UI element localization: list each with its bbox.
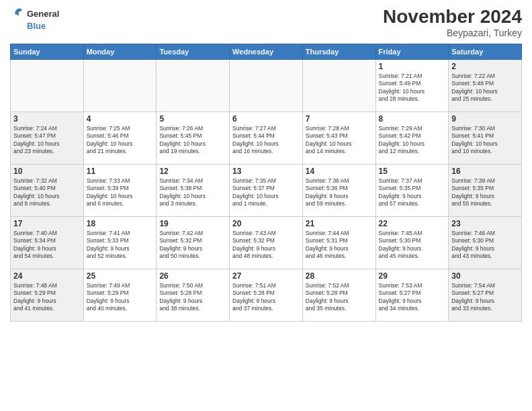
calendar-cell bbox=[157, 59, 230, 111]
day-number: 21 bbox=[306, 219, 373, 228]
calendar-cell: 12Sunrise: 7:34 AM Sunset: 5:38 PM Dayli… bbox=[157, 164, 230, 216]
calendar-cell: 30Sunrise: 7:54 AM Sunset: 5:27 PM Dayli… bbox=[449, 269, 522, 321]
calendar-cell: 1Sunrise: 7:21 AM Sunset: 5:49 PM Daylig… bbox=[375, 59, 449, 111]
weekday-header: Monday bbox=[83, 44, 157, 59]
day-info: Sunrise: 7:34 AM Sunset: 5:38 PM Dayligh… bbox=[159, 177, 226, 208]
calendar-week-row: 1Sunrise: 7:21 AM Sunset: 5:49 PM Daylig… bbox=[11, 59, 522, 111]
day-info: Sunrise: 7:50 AM Sunset: 5:28 PM Dayligh… bbox=[159, 282, 226, 313]
calendar-cell: 15Sunrise: 7:37 AM Sunset: 5:35 PM Dayli… bbox=[375, 164, 449, 216]
day-info: Sunrise: 7:48 AM Sunset: 5:29 PM Dayligh… bbox=[13, 282, 81, 313]
day-info: Sunrise: 7:41 AM Sunset: 5:33 PM Dayligh… bbox=[87, 230, 154, 261]
calendar-cell: 11Sunrise: 7:33 AM Sunset: 5:39 PM Dayli… bbox=[83, 164, 157, 216]
day-info: Sunrise: 7:35 AM Sunset: 5:37 PM Dayligh… bbox=[232, 177, 300, 208]
day-number: 11 bbox=[87, 167, 154, 176]
day-info: Sunrise: 7:36 AM Sunset: 5:36 PM Dayligh… bbox=[306, 177, 373, 208]
day-number: 7 bbox=[306, 114, 373, 124]
weekday-header: Sunday bbox=[11, 44, 84, 59]
title-block: November 2024 Beypazari, Turkey bbox=[383, 7, 522, 38]
day-number: 17 bbox=[13, 219, 81, 228]
day-info: Sunrise: 7:49 AM Sunset: 5:29 PM Dayligh… bbox=[87, 282, 154, 313]
day-info: Sunrise: 7:52 AM Sunset: 5:28 PM Dayligh… bbox=[306, 282, 373, 313]
calendar-cell: 4Sunrise: 7:25 AM Sunset: 5:46 PM Daylig… bbox=[83, 111, 157, 164]
day-number: 12 bbox=[159, 167, 226, 176]
calendar-cell: 9Sunrise: 7:30 AM Sunset: 5:41 PM Daylig… bbox=[449, 111, 522, 164]
day-number: 2 bbox=[451, 62, 519, 71]
calendar-cell: 24Sunrise: 7:48 AM Sunset: 5:29 PM Dayli… bbox=[11, 269, 84, 321]
calendar-cell: 5Sunrise: 7:26 AM Sunset: 5:45 PM Daylig… bbox=[157, 111, 230, 164]
day-number: 23 bbox=[451, 219, 519, 228]
day-number: 29 bbox=[379, 271, 446, 281]
calendar-cell bbox=[83, 59, 157, 111]
calendar-header: SundayMondayTuesdayWednesdayThursdayFrid… bbox=[11, 44, 522, 59]
day-info: Sunrise: 7:42 AM Sunset: 5:32 PM Dayligh… bbox=[159, 230, 226, 261]
day-number: 24 bbox=[13, 271, 81, 281]
weekday-row: SundayMondayTuesdayWednesdayThursdayFrid… bbox=[11, 44, 522, 59]
day-number: 20 bbox=[232, 219, 300, 228]
calendar-cell: 17Sunrise: 7:40 AM Sunset: 5:34 PM Dayli… bbox=[11, 216, 84, 269]
calendar-week-row: 24Sunrise: 7:48 AM Sunset: 5:29 PM Dayli… bbox=[11, 269, 522, 321]
day-number: 30 bbox=[451, 271, 519, 281]
calendar-cell: 6Sunrise: 7:27 AM Sunset: 5:44 PM Daylig… bbox=[230, 111, 303, 164]
calendar-cell: 23Sunrise: 7:46 AM Sunset: 5:30 PM Dayli… bbox=[449, 216, 522, 269]
calendar-cell: 26Sunrise: 7:50 AM Sunset: 5:28 PM Dayli… bbox=[157, 269, 230, 321]
calendar-table: SundayMondayTuesdayWednesdayThursdayFrid… bbox=[10, 44, 522, 322]
day-number: 28 bbox=[306, 271, 373, 281]
calendar-cell: 8Sunrise: 7:29 AM Sunset: 5:42 PM Daylig… bbox=[375, 111, 449, 164]
day-number: 16 bbox=[451, 167, 519, 176]
calendar-cell: 19Sunrise: 7:42 AM Sunset: 5:32 PM Dayli… bbox=[157, 216, 230, 269]
day-info: Sunrise: 7:33 AM Sunset: 5:39 PM Dayligh… bbox=[87, 177, 154, 208]
day-number: 10 bbox=[13, 167, 81, 176]
calendar-cell: 28Sunrise: 7:52 AM Sunset: 5:28 PM Dayli… bbox=[302, 269, 375, 321]
month-title: November 2024 bbox=[383, 7, 522, 28]
calendar-cell bbox=[230, 59, 303, 111]
calendar-cell: 16Sunrise: 7:39 AM Sunset: 5:35 PM Dayli… bbox=[449, 164, 522, 216]
calendar-cell: 3Sunrise: 7:24 AM Sunset: 5:47 PM Daylig… bbox=[11, 111, 84, 164]
calendar-week-row: 3Sunrise: 7:24 AM Sunset: 5:47 PM Daylig… bbox=[11, 111, 522, 164]
weekday-header: Friday bbox=[375, 44, 449, 59]
day-number: 26 bbox=[159, 271, 226, 281]
day-info: Sunrise: 7:44 AM Sunset: 5:31 PM Dayligh… bbox=[306, 230, 373, 261]
weekday-header: Tuesday bbox=[157, 44, 230, 59]
calendar-cell bbox=[302, 59, 375, 111]
day-number: 19 bbox=[159, 219, 226, 228]
weekday-header: Saturday bbox=[449, 44, 522, 59]
day-info: Sunrise: 7:25 AM Sunset: 5:46 PM Dayligh… bbox=[87, 125, 154, 156]
calendar-cell: 27Sunrise: 7:51 AM Sunset: 5:28 PM Dayli… bbox=[230, 269, 303, 321]
day-info: Sunrise: 7:40 AM Sunset: 5:34 PM Dayligh… bbox=[13, 230, 81, 261]
page-container: General Blue November 2024 Beypazari, Tu… bbox=[0, 0, 532, 325]
day-number: 13 bbox=[232, 167, 300, 176]
day-number: 8 bbox=[379, 114, 446, 124]
day-info: Sunrise: 7:53 AM Sunset: 5:27 PM Dayligh… bbox=[379, 282, 446, 313]
weekday-header: Thursday bbox=[302, 44, 375, 59]
day-number: 14 bbox=[306, 167, 373, 176]
calendar-cell: 10Sunrise: 7:32 AM Sunset: 5:40 PM Dayli… bbox=[11, 164, 84, 216]
day-info: Sunrise: 7:54 AM Sunset: 5:27 PM Dayligh… bbox=[451, 282, 519, 313]
calendar-cell: 13Sunrise: 7:35 AM Sunset: 5:37 PM Dayli… bbox=[230, 164, 303, 216]
calendar-cell: 22Sunrise: 7:45 AM Sunset: 5:30 PM Dayli… bbox=[375, 216, 449, 269]
day-info: Sunrise: 7:51 AM Sunset: 5:28 PM Dayligh… bbox=[232, 282, 300, 313]
calendar-week-row: 17Sunrise: 7:40 AM Sunset: 5:34 PM Dayli… bbox=[11, 216, 522, 269]
calendar-cell: 7Sunrise: 7:28 AM Sunset: 5:43 PM Daylig… bbox=[302, 111, 375, 164]
weekday-header: Wednesday bbox=[230, 44, 303, 59]
day-info: Sunrise: 7:30 AM Sunset: 5:41 PM Dayligh… bbox=[451, 125, 519, 156]
calendar-cell bbox=[11, 59, 84, 111]
calendar-week-row: 10Sunrise: 7:32 AM Sunset: 5:40 PM Dayli… bbox=[11, 164, 522, 216]
day-number: 9 bbox=[451, 114, 519, 124]
calendar-cell: 18Sunrise: 7:41 AM Sunset: 5:33 PM Dayli… bbox=[83, 216, 157, 269]
calendar-cell: 25Sunrise: 7:49 AM Sunset: 5:29 PM Dayli… bbox=[83, 269, 157, 321]
day-number: 1 bbox=[379, 62, 446, 71]
day-info: Sunrise: 7:21 AM Sunset: 5:49 PM Dayligh… bbox=[379, 73, 446, 103]
day-info: Sunrise: 7:28 AM Sunset: 5:43 PM Dayligh… bbox=[306, 125, 373, 156]
calendar-cell: 29Sunrise: 7:53 AM Sunset: 5:27 PM Dayli… bbox=[375, 269, 449, 321]
calendar-cell: 14Sunrise: 7:36 AM Sunset: 5:36 PM Dayli… bbox=[302, 164, 375, 216]
day-number: 3 bbox=[13, 114, 81, 124]
calendar-cell: 2Sunrise: 7:22 AM Sunset: 5:48 PM Daylig… bbox=[449, 59, 522, 111]
day-number: 6 bbox=[232, 114, 300, 124]
day-info: Sunrise: 7:29 AM Sunset: 5:42 PM Dayligh… bbox=[379, 125, 446, 156]
day-number: 25 bbox=[87, 271, 154, 281]
day-info: Sunrise: 7:43 AM Sunset: 5:32 PM Dayligh… bbox=[232, 230, 300, 261]
day-number: 15 bbox=[379, 167, 446, 176]
day-info: Sunrise: 7:24 AM Sunset: 5:47 PM Dayligh… bbox=[13, 125, 81, 156]
day-info: Sunrise: 7:27 AM Sunset: 5:44 PM Dayligh… bbox=[232, 125, 300, 156]
day-number: 22 bbox=[379, 219, 446, 228]
